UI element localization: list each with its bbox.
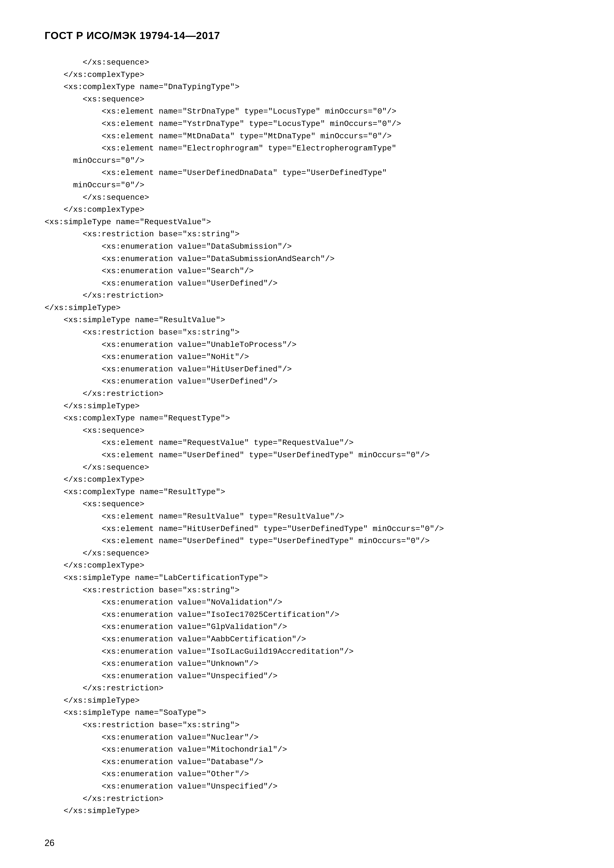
page-number: 26 <box>45 838 54 848</box>
code-block: </xs:sequence> </xs:complexType> <xs:com… <box>45 56 569 817</box>
document-title: ГОСТ Р ИСО/МЭК 19794-14—2017 <box>45 30 220 41</box>
page-header: ГОСТ Р ИСО/МЭК 19794-14—2017 <box>45 30 569 42</box>
page: ГОСТ Р ИСО/МЭК 19794-14—2017 </xs:sequen… <box>0 0 614 868</box>
